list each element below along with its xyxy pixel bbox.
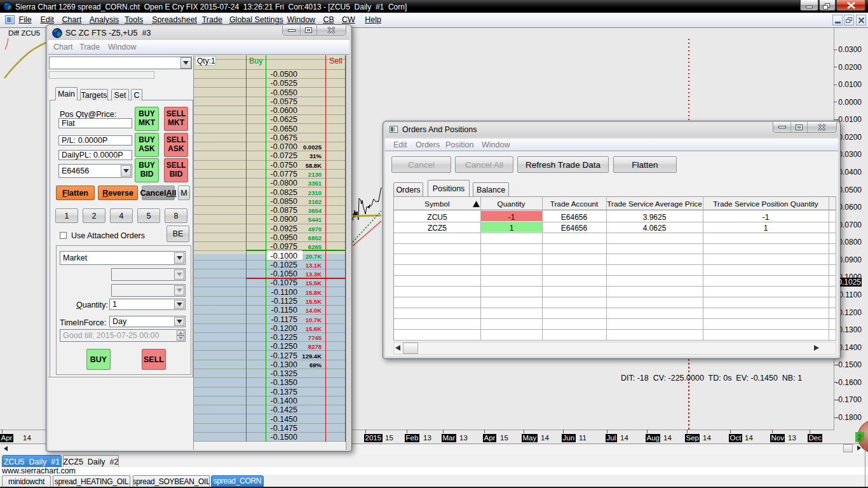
svg-text:2: 2: [857, 433, 862, 442]
